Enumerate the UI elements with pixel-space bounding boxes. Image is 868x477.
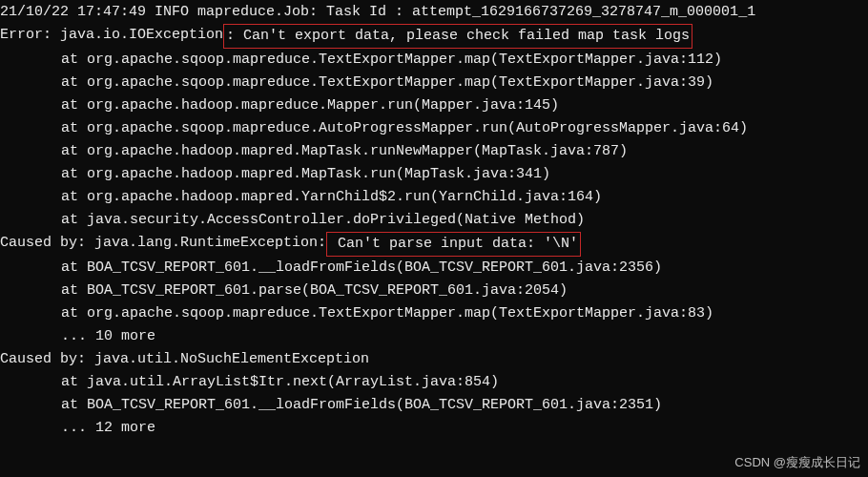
stack-frame: at org.apache.hadoop.mapred.MapTask.runN… — [0, 140, 868, 163]
stack-frame-more: ... 12 more — [0, 417, 868, 440]
caused-by-line-1: Caused by: java.lang.RuntimeException: C… — [0, 232, 868, 257]
stack-frame: at org.apache.sqoop.mapreduce.TextExport… — [0, 49, 868, 72]
stack-frame: at org.apache.hadoop.mapreduce.Mapper.ru… — [0, 94, 868, 117]
error-prefix: Error: java.io.IOException — [0, 24, 223, 49]
stack-frame: at org.apache.sqoop.mapreduce.TextExport… — [0, 302, 868, 325]
log-error-line: Error: java.io.IOException: Can't export… — [0, 24, 868, 49]
stack-frame: at BOA_TCSV_REPORT_601.__loadFromFields(… — [0, 394, 868, 417]
stack-frame: at java.security.AccessController.doPriv… — [0, 209, 868, 232]
error-highlight-box: : Can't export data, please check failed… — [223, 24, 692, 49]
stack-frame: at java.util.ArrayList$Itr.next(ArrayLis… — [0, 371, 868, 394]
stack-frame: at org.apache.sqoop.mapreduce.TextExport… — [0, 72, 868, 94]
watermark: CSDN @瘦瘦成长日记 — [734, 453, 860, 473]
stack-frame-more: ... 10 more — [0, 325, 868, 348]
stack-frame: at BOA_TCSV_REPORT_601.__loadFromFields(… — [0, 257, 868, 280]
terminal-output: 21/10/22 17:47:49 INFO mapreduce.Job: Ta… — [0, 1, 868, 440]
stack-frame: at BOA_TCSV_REPORT_601.parse(BOA_TCSV_RE… — [0, 280, 868, 302]
caused-by-prefix: Caused by: java.lang.RuntimeException: — [0, 232, 326, 257]
caused-by-highlight-box: Can't parse input data: '\N' — [326, 232, 581, 257]
stack-frame: at org.apache.sqoop.mapreduce.AutoProgre… — [0, 117, 868, 140]
stack-frame: at org.apache.hadoop.mapred.MapTask.run(… — [0, 163, 868, 186]
stack-frame: at org.apache.hadoop.mapred.YarnChild$2.… — [0, 186, 868, 209]
caused-by-line-2: Caused by: java.util.NoSuchElementExcept… — [0, 348, 868, 371]
log-info-line: 21/10/22 17:47:49 INFO mapreduce.Job: Ta… — [0, 1, 868, 24]
